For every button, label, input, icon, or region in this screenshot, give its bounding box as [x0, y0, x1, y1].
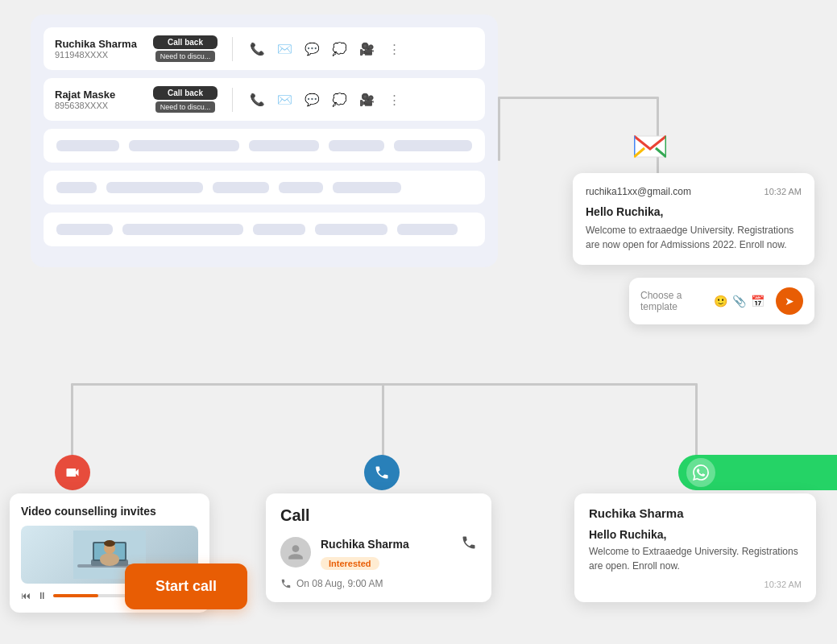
action-icons-2: 📞 ✉️ 💬 💭 🎥 ⋮: [247, 90, 404, 109]
skel-3e: [397, 224, 458, 235]
phone-icon-1[interactable]: 📞: [247, 39, 267, 59]
whatsapp-body: Welcome to Extraaedge University. Regist…: [589, 544, 802, 573]
contact-row-1: Ruchika Sharma 911948XXXX Call back Need…: [44, 27, 485, 70]
skel-1d: [329, 140, 383, 151]
skeleton-row-1: [44, 129, 485, 163]
action-icons-1: 📞 ✉️ 💬 💭 🎥 ⋮: [247, 39, 404, 59]
skeleton-row-3: [44, 213, 485, 246]
status-badge-2: Call back: [153, 86, 218, 100]
email-header: ruchika11xx@gmail.com 10:32 AM: [586, 186, 802, 197]
whatsapp-contact-name: Ruchika Sharma: [589, 506, 802, 520]
call-contact-row: Ruchika Sharma Interested: [280, 535, 477, 570]
whatsapp-time: 10:32 AM: [589, 580, 802, 589]
skel-2e: [333, 182, 401, 193]
call-contact-details: Ruchika Sharma Interested: [321, 535, 477, 570]
connector-line-h1: [498, 97, 659, 99]
email-time: 10:32 AM: [764, 187, 802, 196]
connector-line-v1: [498, 97, 500, 161]
compose-placeholder: Choose a template: [640, 290, 714, 312]
calendar-icon[interactable]: 📅: [751, 295, 764, 308]
call-time: On 08 Aug, 9:00 AM: [296, 578, 383, 589]
email-greeting: Hello Ruchika,: [586, 205, 802, 218]
compose-icons: 🙂 📎 📅: [714, 295, 764, 308]
skel-2b: [106, 182, 203, 193]
skel-1a: [56, 140, 119, 151]
call-title: Call: [280, 506, 477, 525]
skel-2c: [213, 182, 269, 193]
svg-point-12: [104, 540, 115, 547]
skel-1e: [394, 140, 473, 151]
chat-icon-1[interactable]: 💭: [329, 39, 349, 59]
whatsapp-circle-icon[interactable]: [686, 458, 715, 487]
attach-icon[interactable]: 📎: [732, 295, 746, 308]
whatsapp-card: Ruchika Sharma Hello Ruchika, Welcome to…: [574, 493, 816, 602]
connector-line-h3: [382, 383, 698, 386]
whatsapp-greeting: Hello Ruchika,: [589, 528, 802, 541]
whatsapp-bar: [678, 455, 837, 490]
contact-info-1: Ruchika Sharma 911948XXXX: [55, 38, 143, 60]
skel-1c: [249, 140, 320, 151]
more-icon-2[interactable]: ⋮: [384, 90, 404, 109]
rewind-icon[interactable]: ⏮: [21, 590, 31, 601]
email-icon-2[interactable]: ✉️: [275, 90, 294, 109]
skel-2d: [279, 182, 323, 193]
gmail-icon: [632, 129, 668, 164]
email-icon-1[interactable]: ✉️: [275, 39, 294, 59]
contact-row-2: Rajat Maske 895638XXXX Call back Need to…: [44, 78, 485, 121]
call-circle-button[interactable]: [364, 455, 400, 490]
contact-phone-1: 911948XXXX: [55, 50, 143, 60]
crm-panel: Ruchika Sharma 911948XXXX Call back Need…: [31, 14, 498, 267]
contact-name-1: Ruchika Sharma: [55, 38, 143, 50]
start-call-button[interactable]: Start call: [125, 564, 247, 609]
divider-2: [232, 88, 233, 112]
contact-phone-2: 895638XXXX: [55, 101, 143, 110]
status-sub-1: Need to discu...: [155, 51, 216, 62]
avatar: [280, 537, 311, 568]
email-body: Welcome to extraaedge University. Regist…: [586, 223, 802, 252]
chat-icon-2[interactable]: 💭: [329, 90, 349, 109]
skel-3d: [315, 224, 387, 235]
skel-1b: [129, 140, 239, 151]
more-icon-1[interactable]: ⋮: [384, 39, 404, 59]
emoji-icon[interactable]: 🙂: [714, 295, 727, 308]
email-from: ruchika11xx@gmail.com: [586, 186, 691, 197]
video-icon-2[interactable]: 🎥: [357, 90, 376, 109]
skel-3c: [253, 224, 305, 235]
skel-2a: [56, 182, 97, 193]
pause-icon[interactable]: ⏸: [37, 590, 47, 601]
contact-info-2: Rajat Maske 895638XXXX: [55, 89, 143, 110]
skeleton-row-2: [44, 171, 485, 204]
phone-icon-2[interactable]: 📞: [247, 90, 267, 109]
whatsapp-icon-2[interactable]: 💬: [302, 90, 321, 109]
call-card: Call Ruchika Sharma Interested On 08 Aug…: [266, 493, 491, 602]
call-time-phone-icon: [280, 578, 292, 589]
email-card: ruchika11xx@gmail.com 10:32 AM Hello Ruc…: [573, 173, 814, 265]
video-icon-1[interactable]: 🎥: [357, 39, 376, 59]
email-compose: Choose a template 🙂 📎 📅 ➤: [629, 278, 814, 324]
interested-badge: Interested: [321, 557, 379, 570]
progress-fill: [53, 594, 98, 597]
svg-point-10: [100, 553, 119, 566]
call-contact-name: Ruchika Sharma: [321, 538, 409, 551]
status-sub-2: Need to discu...: [155, 101, 216, 113]
call-time-row: On 08 Aug, 9:00 AM: [280, 578, 477, 589]
video-call-button[interactable]: [55, 455, 90, 490]
skel-3a: [56, 224, 113, 235]
send-button[interactable]: ➤: [776, 287, 803, 315]
skel-3b: [122, 224, 243, 235]
status-badge-1: Call back: [153, 35, 218, 49]
connector-line-h2: [71, 383, 385, 386]
call-phone-icon: [461, 535, 477, 554]
whatsapp-icon-1[interactable]: 💬: [302, 39, 321, 59]
divider-1: [232, 37, 233, 61]
contact-name-2: Rajat Maske: [55, 89, 143, 101]
video-counselling-title: Video counselling invites: [21, 505, 198, 518]
